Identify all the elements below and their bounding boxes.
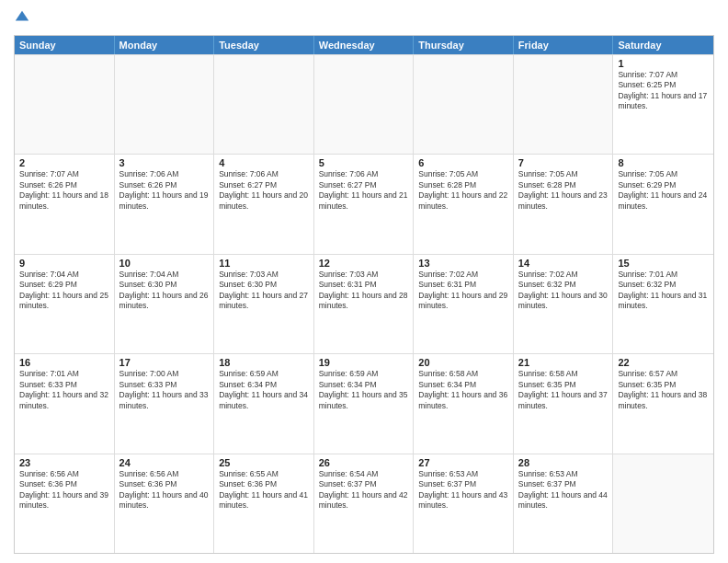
weekday-header-wednesday: Wednesday [314, 36, 415, 54]
calendar-cell: 15Sunrise: 7:01 AM Sunset: 6:32 PM Dayli… [613, 255, 713, 353]
calendar-cell: 23Sunrise: 6:56 AM Sunset: 6:36 PM Dayli… [15, 454, 115, 553]
day-number: 20 [418, 357, 508, 368]
day-number: 22 [618, 357, 709, 368]
calendar-cell: 24Sunrise: 6:56 AM Sunset: 6:36 PM Dayli… [115, 454, 215, 553]
day-number: 1 [618, 58, 709, 69]
day-number: 11 [219, 258, 309, 269]
day-number: 3 [119, 157, 210, 168]
day-info: Sunrise: 7:05 AM Sunset: 6:29 PM Dayligh… [618, 169, 709, 212]
svg-marker-0 [16, 11, 28, 21]
weekday-header-thursday: Thursday [414, 36, 514, 54]
day-number: 8 [618, 157, 709, 168]
calendar-cell: 9Sunrise: 7:04 AM Sunset: 6:29 PM Daylig… [15, 255, 115, 353]
day-info: Sunrise: 7:00 AM Sunset: 6:33 PM Dayligh… [119, 369, 210, 411]
day-number: 10 [119, 258, 210, 269]
day-number: 4 [219, 157, 309, 168]
calendar-cell [613, 454, 713, 553]
calendar: SundayMondayTuesdayWednesdayThursdayFrid… [14, 35, 714, 554]
day-number: 17 [119, 357, 210, 368]
calendar-cell: 14Sunrise: 7:02 AM Sunset: 6:32 PM Dayli… [514, 255, 614, 353]
day-number: 13 [418, 258, 508, 269]
day-info: Sunrise: 6:57 AM Sunset: 6:35 PM Dayligh… [618, 369, 709, 411]
day-info: Sunrise: 7:02 AM Sunset: 6:31 PM Dayligh… [418, 270, 508, 312]
calendar-cell: 25Sunrise: 6:55 AM Sunset: 6:36 PM Dayli… [214, 454, 314, 553]
logo-icon [14, 9, 30, 26]
day-number: 16 [19, 357, 109, 368]
calendar-row-0: 1Sunrise: 7:07 AM Sunset: 6:25 PM Daylig… [15, 54, 713, 154]
header [14, 9, 714, 29]
logo [14, 9, 32, 29]
day-info: Sunrise: 6:53 AM Sunset: 6:37 PM Dayligh… [518, 469, 609, 511]
calendar-cell: 18Sunrise: 6:59 AM Sunset: 6:34 PM Dayli… [214, 354, 314, 453]
day-info: Sunrise: 6:56 AM Sunset: 6:36 PM Dayligh… [19, 469, 109, 511]
calendar-cell: 12Sunrise: 7:03 AM Sunset: 6:31 PM Dayli… [314, 255, 415, 353]
day-number: 26 [319, 457, 409, 468]
weekday-header-tuesday: Tuesday [214, 36, 314, 54]
calendar-cell: 27Sunrise: 6:53 AM Sunset: 6:37 PM Dayli… [414, 454, 514, 553]
page: SundayMondayTuesdayWednesdayThursdayFrid… [0, 0, 728, 563]
day-number: 12 [319, 258, 409, 269]
day-info: Sunrise: 7:03 AM Sunset: 6:30 PM Dayligh… [219, 270, 309, 312]
day-info: Sunrise: 6:56 AM Sunset: 6:36 PM Dayligh… [119, 469, 210, 511]
calendar-cell: 19Sunrise: 6:59 AM Sunset: 6:34 PM Dayli… [314, 354, 415, 453]
calendar-cell: 6Sunrise: 7:05 AM Sunset: 6:28 PM Daylig… [414, 155, 514, 253]
calendar-cell: 16Sunrise: 7:01 AM Sunset: 6:33 PM Dayli… [15, 354, 115, 453]
calendar-cell: 7Sunrise: 7:05 AM Sunset: 6:28 PM Daylig… [514, 155, 614, 253]
calendar-cell: 26Sunrise: 6:54 AM Sunset: 6:37 PM Dayli… [314, 454, 415, 553]
calendar-cell [115, 55, 215, 154]
day-info: Sunrise: 7:02 AM Sunset: 6:32 PM Dayligh… [518, 270, 609, 312]
day-info: Sunrise: 7:06 AM Sunset: 6:27 PM Dayligh… [219, 169, 309, 212]
day-number: 28 [518, 457, 609, 468]
calendar-cell: 20Sunrise: 6:58 AM Sunset: 6:34 PM Dayli… [414, 354, 514, 453]
day-number: 14 [518, 258, 609, 269]
day-info: Sunrise: 7:05 AM Sunset: 6:28 PM Dayligh… [418, 169, 508, 212]
day-number: 7 [518, 157, 609, 168]
calendar-cell: 11Sunrise: 7:03 AM Sunset: 6:30 PM Dayli… [214, 255, 314, 353]
calendar-cell: 17Sunrise: 7:00 AM Sunset: 6:33 PM Dayli… [115, 354, 215, 453]
calendar-cell: 22Sunrise: 6:57 AM Sunset: 6:35 PM Dayli… [613, 354, 713, 453]
weekday-header-saturday: Saturday [613, 36, 713, 54]
day-info: Sunrise: 6:58 AM Sunset: 6:35 PM Dayligh… [518, 369, 609, 411]
calendar-cell [514, 55, 614, 154]
day-number: 6 [418, 157, 508, 168]
calendar-cell: 1Sunrise: 7:07 AM Sunset: 6:25 PM Daylig… [613, 55, 713, 154]
day-info: Sunrise: 6:54 AM Sunset: 6:37 PM Dayligh… [319, 469, 409, 511]
day-number: 27 [418, 457, 508, 468]
day-info: Sunrise: 7:07 AM Sunset: 6:25 PM Dayligh… [618, 70, 709, 112]
calendar-cell: 10Sunrise: 7:04 AM Sunset: 6:30 PM Dayli… [115, 255, 215, 353]
day-number: 9 [19, 258, 109, 269]
calendar-row-1: 2Sunrise: 7:07 AM Sunset: 6:26 PM Daylig… [15, 154, 713, 253]
calendar-cell: 5Sunrise: 7:06 AM Sunset: 6:27 PM Daylig… [314, 155, 415, 253]
calendar-cell: 21Sunrise: 6:58 AM Sunset: 6:35 PM Dayli… [514, 354, 614, 453]
day-info: Sunrise: 6:53 AM Sunset: 6:37 PM Dayligh… [418, 469, 508, 511]
day-info: Sunrise: 7:06 AM Sunset: 6:26 PM Dayligh… [119, 169, 210, 212]
day-number: 5 [319, 157, 409, 168]
calendar-cell: 3Sunrise: 7:06 AM Sunset: 6:26 PM Daylig… [115, 155, 215, 253]
calendar-body: 1Sunrise: 7:07 AM Sunset: 6:25 PM Daylig… [15, 54, 713, 553]
day-number: 21 [518, 357, 609, 368]
calendar-cell: 4Sunrise: 7:06 AM Sunset: 6:27 PM Daylig… [214, 155, 314, 253]
calendar-cell [214, 55, 314, 154]
weekday-header-friday: Friday [514, 36, 614, 54]
calendar-row-3: 16Sunrise: 7:01 AM Sunset: 6:33 PM Dayli… [15, 353, 713, 453]
day-number: 25 [219, 457, 309, 468]
calendar-cell: 28Sunrise: 6:53 AM Sunset: 6:37 PM Dayli… [514, 454, 614, 553]
calendar-cell [15, 55, 115, 154]
calendar-cell [414, 55, 514, 154]
day-number: 2 [19, 157, 109, 168]
weekday-header-sunday: Sunday [15, 36, 115, 54]
calendar-cell [314, 55, 415, 154]
calendar-cell: 2Sunrise: 7:07 AM Sunset: 6:26 PM Daylig… [15, 155, 115, 253]
calendar-header: SundayMondayTuesdayWednesdayThursdayFrid… [15, 36, 713, 54]
day-info: Sunrise: 7:01 AM Sunset: 6:32 PM Dayligh… [618, 270, 709, 312]
day-number: 15 [618, 258, 709, 269]
day-info: Sunrise: 7:04 AM Sunset: 6:30 PM Dayligh… [119, 270, 210, 312]
day-info: Sunrise: 6:58 AM Sunset: 6:34 PM Dayligh… [418, 369, 508, 411]
calendar-cell: 13Sunrise: 7:02 AM Sunset: 6:31 PM Dayli… [414, 255, 514, 353]
day-info: Sunrise: 7:04 AM Sunset: 6:29 PM Dayligh… [19, 270, 109, 312]
day-info: Sunrise: 6:59 AM Sunset: 6:34 PM Dayligh… [319, 369, 409, 411]
calendar-row-2: 9Sunrise: 7:04 AM Sunset: 6:29 PM Daylig… [15, 254, 713, 353]
day-number: 18 [219, 357, 309, 368]
day-number: 19 [319, 357, 409, 368]
calendar-cell: 8Sunrise: 7:05 AM Sunset: 6:29 PM Daylig… [613, 155, 713, 253]
